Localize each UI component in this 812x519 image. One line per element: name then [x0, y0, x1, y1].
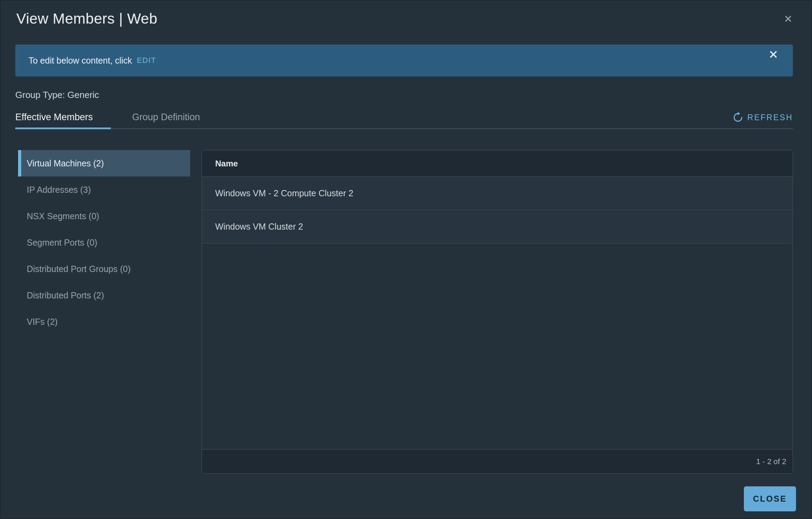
- tab-effective-members[interactable]: Effective Members: [15, 112, 111, 128]
- dialog-action-bar: CLOSE: [1, 486, 796, 511]
- sidebar-item-vifs[interactable]: VIFs (2): [18, 308, 190, 335]
- tab-bar: Effective Members Group Definition REFRE…: [15, 112, 793, 129]
- sidebar-item-distributed-port-groups[interactable]: Distributed Port Groups (0): [18, 256, 190, 282]
- refresh-label: REFRESH: [747, 113, 793, 122]
- close-icon[interactable]: ✕: [784, 14, 793, 24]
- table-row[interactable]: Windows VM - 2 Compute Cluster 2: [202, 177, 793, 210]
- sidebar-item-nsx-segments[interactable]: NSX Segments (0): [18, 203, 190, 229]
- table-empty-area: [202, 244, 793, 449]
- dialog-title: View Members | Web: [16, 10, 157, 27]
- pagination-range: 1 - 2 of 2: [756, 457, 786, 466]
- tab-group-definition[interactable]: Group Definition: [132, 112, 200, 128]
- table-footer: 1 - 2 of 2: [202, 449, 793, 473]
- edit-link[interactable]: EDIT: [137, 56, 156, 65]
- members-table: Name Windows VM - 2 Compute Cluster 2 Wi…: [202, 150, 793, 474]
- sidebar-item-segment-ports[interactable]: Segment Ports (0): [18, 229, 190, 256]
- banner-text: To edit below content, click: [29, 56, 132, 66]
- refresh-button[interactable]: REFRESH: [733, 112, 793, 128]
- column-header-name: Name: [215, 159, 238, 168]
- sidebar-item-distributed-ports[interactable]: Distributed Ports (2): [18, 282, 190, 308]
- view-members-dialog: View Members | Web ✕ To edit below conte…: [0, 0, 812, 519]
- refresh-icon: [733, 112, 743, 123]
- members-content: Virtual Machines (2) IP Addresses (3) NS…: [18, 150, 793, 474]
- table-row[interactable]: Windows VM Cluster 2: [202, 210, 793, 244]
- sidebar-item-ip-addresses[interactable]: IP Addresses (3): [18, 176, 190, 203]
- table-header: Name: [202, 150, 793, 177]
- dialog-header: View Members | Web ✕: [1, 1, 811, 28]
- member-type-list: Virtual Machines (2) IP Addresses (3) NS…: [18, 150, 190, 474]
- close-button[interactable]: CLOSE: [744, 486, 796, 511]
- banner-close-icon[interactable]: ✕: [769, 49, 779, 60]
- sidebar-item-virtual-machines[interactable]: Virtual Machines (2): [18, 150, 190, 176]
- group-type-label: Group Type: Generic: [15, 90, 811, 100]
- edit-info-banner: To edit below content, click EDIT ✕: [15, 44, 793, 76]
